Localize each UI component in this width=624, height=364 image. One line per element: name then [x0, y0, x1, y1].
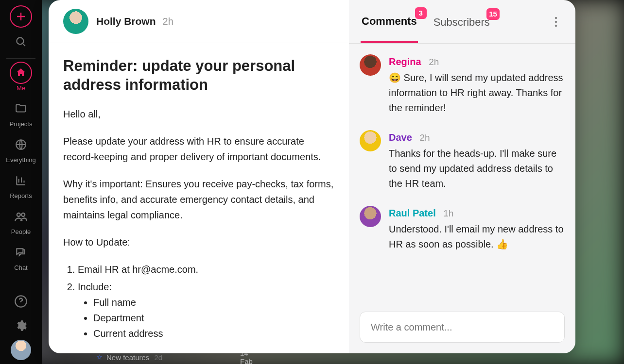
- howto-step: Include: Full name Department Current ad…: [78, 279, 334, 341]
- search-button[interactable]: [10, 31, 32, 53]
- howto-label: How to Update:: [63, 234, 334, 250]
- current-user-avatar[interactable]: [11, 340, 31, 360]
- sidebar-item-projects[interactable]: Projects: [0, 98, 42, 128]
- sidebar-item-me[interactable]: Me: [0, 62, 42, 92]
- tab-label: Subscribers: [433, 16, 490, 28]
- post-title: Reminder: update your personal address i…: [63, 57, 334, 95]
- composer-placeholder: Write a comment...: [371, 322, 452, 333]
- howto-step: Email HR at hr@acme.com.: [78, 262, 334, 277]
- post-timestamp: 2h: [163, 16, 173, 27]
- gear-icon: [15, 319, 27, 332]
- sidebar-item-label: Everything: [6, 156, 35, 164]
- chat-icon: [15, 246, 27, 259]
- tab-subscribers[interactable]: Subscribers 15: [433, 1, 491, 42]
- star-icon: ☆: [96, 353, 103, 362]
- sidebar-item-label: Chat: [14, 264, 27, 271]
- sidebar-item-label: Projects: [10, 120, 33, 128]
- post-body: Reminder: update your personal address i…: [49, 43, 349, 353]
- more-options-button[interactable]: [548, 14, 564, 30]
- sidebar-item-chat[interactable]: Chat: [0, 241, 42, 271]
- behind-item-title: New features: [106, 353, 149, 362]
- plus-icon: [15, 11, 27, 22]
- include-item: Department: [93, 310, 334, 326]
- post-paragraph: Please update your address with HR to en…: [63, 133, 334, 165]
- comment-timestamp: 1h: [443, 208, 453, 218]
- include-item: Full name: [93, 295, 334, 310]
- howto-step-text: Include:: [78, 281, 112, 292]
- comment-item: Regina 2h 😄 Sure, I will send my updated…: [360, 54, 565, 116]
- howto-steps: Email HR at hr@acme.com. Include: Full n…: [63, 262, 334, 341]
- sidebar-item-label: Reports: [10, 192, 32, 199]
- comment-timestamp: 2h: [429, 57, 439, 67]
- post-header: Holly Brown 2h: [49, 0, 349, 43]
- avatar-image: [63, 9, 88, 34]
- search-icon: [15, 35, 27, 48]
- commenter-name[interactable]: Dave: [389, 132, 412, 143]
- sidebar-item-everything[interactable]: Everything: [0, 133, 42, 164]
- comment-text: 😄 Sure, I will send my updated address i…: [389, 70, 565, 116]
- comment-item: Raul Patel 1h Understood. I'll email my …: [360, 206, 565, 252]
- comment-text: Understood. I'll email my new address to…: [389, 222, 565, 252]
- post-greeting: Hello all,: [63, 106, 334, 122]
- svg-point-2: [17, 213, 20, 216]
- app-sidebar: Me Projects Everything Reports People Ch…: [0, 0, 42, 364]
- commenter-name[interactable]: Raul Patel: [389, 208, 436, 218]
- comment-composer[interactable]: Write a comment...: [360, 312, 565, 343]
- post-paragraph: Why it's important: Ensures you receive …: [63, 176, 334, 223]
- tab-label: Comments: [362, 15, 417, 27]
- new-button[interactable]: [10, 5, 32, 28]
- help-button[interactable]: [11, 291, 31, 312]
- tab-comments[interactable]: Comments 3: [361, 0, 418, 43]
- commenter-name[interactable]: Regina: [389, 56, 421, 67]
- svg-point-3: [21, 213, 25, 216]
- svg-point-7: [555, 24, 557, 27]
- kebab-icon: [555, 17, 557, 27]
- folder-icon: [15, 102, 27, 115]
- side-tabs: Comments 3 Subscribers 15: [349, 0, 575, 44]
- commenter-avatar[interactable]: [360, 130, 381, 151]
- sidebar-divider: [6, 58, 35, 59]
- home-icon: [15, 67, 27, 79]
- post-modal: Holly Brown 2h Reminder: update your per…: [49, 0, 575, 353]
- comments-count-badge: 3: [415, 7, 427, 19]
- comment-item: Dave 2h Thanks for the heads-up. I'll ma…: [360, 130, 565, 191]
- sidebar-item-people[interactable]: People: [0, 205, 42, 235]
- subscribers-count-badge: 15: [486, 8, 500, 20]
- comment-timestamp: 2h: [419, 132, 430, 143]
- author-avatar[interactable]: [63, 9, 88, 34]
- people-icon: [14, 210, 28, 223]
- globe-icon: [15, 138, 27, 151]
- comment-list: Regina 2h 😄 Sure, I will send my updated…: [349, 44, 575, 307]
- comment-text: Thanks for the heads-up. I'll make sure …: [389, 146, 565, 191]
- sidebar-item-label: Me: [17, 84, 25, 92]
- avatar-image: [11, 340, 31, 360]
- svg-point-5: [555, 17, 557, 19]
- sidebar-item-label: People: [11, 228, 31, 235]
- behind-item-age: 2d: [154, 353, 162, 362]
- chart-icon: [15, 174, 27, 187]
- sidebar-item-reports[interactable]: Reports: [0, 169, 42, 199]
- svg-point-0: [17, 37, 23, 44]
- include-list: Full name Department Current address: [78, 295, 334, 341]
- commenter-avatar[interactable]: [360, 206, 381, 227]
- author-name[interactable]: Holly Brown: [96, 16, 156, 27]
- commenter-avatar[interactable]: [360, 54, 381, 76]
- include-item: Current address: [93, 326, 334, 341]
- help-icon: [14, 295, 28, 308]
- settings-button[interactable]: [11, 315, 31, 336]
- post-pane: Holly Brown 2h Reminder: update your per…: [49, 0, 349, 353]
- svg-point-6: [555, 20, 557, 23]
- comments-pane: Comments 3 Subscribers 15 Regina 2h 😄 S: [349, 0, 575, 353]
